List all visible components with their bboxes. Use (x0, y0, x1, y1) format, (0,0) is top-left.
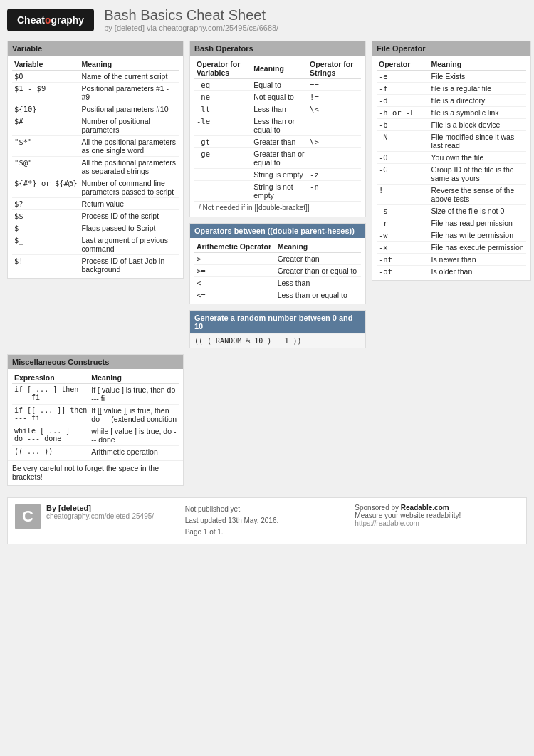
misc-header: Miscellaneous Constructs (8, 355, 183, 369)
var-name: $! (12, 255, 80, 276)
op-str: \< (308, 103, 361, 115)
bash-operators-header: Bash Operators (190, 41, 365, 56)
main-grid: Variable Variable Meaning $0Name of the … (7, 41, 527, 348)
footer-readable-url[interactable]: https://readable.com (355, 519, 419, 527)
table-row: $1 - $9Positional parameters #1 - #9 (12, 83, 179, 103)
op-str (308, 148, 361, 169)
variable-section: Variable Variable Meaning $0Name of the … (7, 41, 184, 348)
op-mean: Less than (251, 103, 308, 115)
double-parens-section: Operators between ((double parent-heses)… (189, 223, 366, 304)
dp-op: < (194, 277, 276, 289)
op-mean: String is empty (251, 169, 308, 181)
op-str: != (308, 91, 361, 103)
op-var (194, 181, 251, 202)
op-var: -gt (194, 136, 251, 148)
table-row: ${#*} or ${#@}Number of command line par… (12, 177, 179, 198)
table-row: -bFile is a block device (377, 119, 526, 131)
file-op-body: Operator Meaning -eFile Exists-ffile is … (372, 56, 530, 280)
var-name: ${10} (12, 103, 80, 115)
table-row: -ntIs newer than (377, 254, 526, 266)
file-op-meaning: File has execute permission (429, 242, 527, 254)
op-str: \> (308, 136, 361, 148)
misc-section: Miscellaneous Constructs Expression Mean… (7, 354, 184, 486)
table-row: "$*"All the positional parameters as one… (12, 136, 179, 157)
op-str: -z (308, 169, 361, 181)
misc-expr: while [ ... ]do --- done (12, 425, 89, 446)
footer-url[interactable]: cheatography.com/deleted-25495/ (46, 512, 154, 520)
footer-last-updated: Last updated 13th May, 2016. (185, 515, 350, 527)
bash-operators-table: Operator for Variables Meaning Operator … (194, 58, 361, 201)
footer-by: By [deleted] (46, 504, 154, 512)
var-meaning: Positional parameters #1 - #9 (80, 83, 179, 103)
dp-op: <= (194, 289, 276, 301)
file-op-name: -e (377, 71, 429, 83)
file-op-meaning: file is a regular file (429, 83, 527, 95)
col2: Bash Operators Operator for Variables Me… (189, 41, 366, 348)
table-row: if [[ ... ]] then--- fiIf [[ value ]] is… (12, 405, 179, 425)
table-row: -rFile has read permission (377, 217, 526, 229)
op-var: -eq (194, 79, 251, 91)
logo: Cheatography (7, 9, 94, 31)
table-row: -h or -Lfile is a symbolic link (377, 107, 526, 119)
double-parens-body: Arithemetic Operator Meaning >Greater th… (190, 238, 365, 304)
double-parens-header: Operators between ((double parent-heses)… (190, 224, 365, 238)
misc-warning: Be very careful not to forget the space … (8, 460, 183, 485)
generate-section: Generate a random number between 0 and 1… (189, 310, 366, 348)
double-parens-table: Arithemetic Operator Meaning >Greater th… (194, 241, 361, 301)
generate-code: (( ( RANDOM % 10 ) + 1 )) (190, 333, 365, 348)
file-op-name: -N (377, 131, 429, 152)
footer-info: By [deleted] cheatography.com/deleted-25… (46, 504, 154, 520)
file-op-meaning: File has write permission (429, 229, 527, 242)
table-row: <=Less than or equal to (194, 289, 361, 301)
table-row: -ffile is a regular file (377, 83, 526, 95)
file-op-name: -ot (377, 266, 429, 278)
generate-header: Generate a random number between 0 and 1… (190, 311, 365, 333)
op-mean: Equal to (251, 79, 308, 91)
op-mean: String is not empty (251, 181, 308, 202)
op-var: -ne (194, 91, 251, 103)
table-row: -dfile is a directory (377, 95, 526, 107)
misc-meaning: while [ value ] is true, do --- done (89, 425, 179, 446)
dp-op: >= (194, 265, 276, 277)
var-name: "$*" (12, 136, 80, 157)
table-row: String is not empty-n (194, 181, 361, 202)
table-row: while [ ... ]do --- donewhile [ value ] … (12, 425, 179, 446)
var-name: $? (12, 198, 80, 210)
table-row: -NFile modified since it was last read (377, 131, 526, 152)
file-op-name: -nt (377, 254, 429, 266)
dp-col1: Arithemetic Operator (194, 241, 276, 253)
file-op-meaning: Reverse the sense of the above tests (429, 185, 527, 205)
footer-letter: C (15, 504, 41, 529)
bash-op-note: / Not needed if in [[double-bracket]] (194, 201, 361, 214)
file-op-name: -r (377, 217, 429, 229)
table-row: $$Process ID of the script (12, 210, 179, 222)
op-str: -n (308, 181, 361, 202)
var-meaning: Flags passed to Script (80, 222, 179, 234)
table-row: -geGreater than or equal to (194, 148, 361, 169)
table-row: -wFile has write permission (377, 229, 526, 242)
misc-body: Expression Meaning if [ ... ] then--- fi… (8, 369, 183, 460)
var-name: "$@" (12, 157, 80, 177)
file-op-col2: Meaning (429, 58, 527, 71)
var-name: $- (12, 222, 80, 234)
op-col3: Operator for Strings (308, 58, 361, 79)
variable-table-section: Variable Variable Meaning $0Name of the … (7, 41, 184, 279)
file-op-name: -O (377, 152, 429, 164)
file-op-meaning: Group ID of the file is the same as your… (429, 164, 527, 185)
file-op-name: -b (377, 119, 429, 131)
table-row: $#Number of positional parameters (12, 115, 179, 136)
misc-expr: (( ... )) (12, 446, 89, 458)
misc-meaning: If [[ value ]] is true, then do --- (ext… (89, 405, 179, 425)
file-op-name: -x (377, 242, 429, 254)
op-mean: Greater than (251, 136, 308, 148)
var-meaning: Positional parameters #10 (80, 103, 179, 115)
table-row: -sSize of the file is not 0 (377, 205, 526, 217)
dp-mean: Greater than or equal to (276, 265, 361, 277)
table-row: -leLess than or equal to (194, 115, 361, 136)
file-op-meaning: Size of the file is not 0 (429, 205, 527, 217)
op-var: -lt (194, 103, 251, 115)
table-row: -xFile has execute permission (377, 242, 526, 254)
misc-table: Expression Meaning if [ ... ] then--- fi… (12, 372, 179, 457)
bottom-area: Miscellaneous Constructs Expression Mean… (7, 354, 527, 492)
var-name: $# (12, 115, 80, 136)
